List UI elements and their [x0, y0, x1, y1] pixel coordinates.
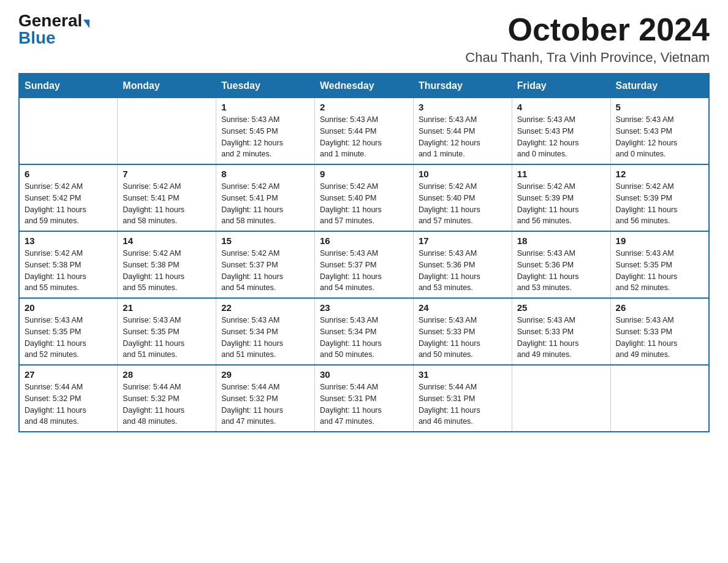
day-number: 19 [616, 236, 703, 246]
table-row: 7Sunrise: 5:42 AM Sunset: 5:41 PM Daylig… [118, 164, 216, 231]
table-row [610, 365, 709, 432]
day-number: 15 [221, 236, 309, 246]
day-number: 4 [517, 102, 605, 112]
column-header-tuesday: Tuesday [216, 74, 315, 98]
day-number: 3 [419, 102, 507, 112]
day-info: Sunrise: 5:43 AM Sunset: 5:34 PM Dayligh… [320, 315, 408, 361]
day-info: Sunrise: 5:43 AM Sunset: 5:35 PM Dayligh… [25, 315, 112, 361]
day-number: 2 [320, 102, 408, 112]
table-row: 13Sunrise: 5:42 AM Sunset: 5:38 PM Dayli… [19, 231, 118, 298]
table-row: 24Sunrise: 5:43 AM Sunset: 5:33 PM Dayli… [413, 298, 512, 365]
day-number: 10 [419, 169, 507, 179]
logo-blue-text: Blue [18, 28, 56, 47]
day-number: 28 [123, 369, 211, 380]
day-info: Sunrise: 5:42 AM Sunset: 5:41 PM Dayligh… [123, 181, 211, 227]
day-number: 5 [616, 102, 703, 112]
column-header-monday: Monday [118, 74, 216, 98]
day-info: Sunrise: 5:42 AM Sunset: 5:40 PM Dayligh… [419, 181, 507, 227]
logo: General Blue [18, 12, 89, 47]
table-row: 12Sunrise: 5:42 AM Sunset: 5:39 PM Dayli… [610, 164, 709, 231]
day-info: Sunrise: 5:44 AM Sunset: 5:32 PM Dayligh… [25, 381, 112, 427]
day-info: Sunrise: 5:43 AM Sunset: 5:35 PM Dayligh… [616, 248, 703, 294]
location-title: Chau Thanh, Tra Vinh Province, Vietnam [465, 50, 710, 66]
day-info: Sunrise: 5:43 AM Sunset: 5:33 PM Dayligh… [517, 315, 605, 361]
day-info: Sunrise: 5:43 AM Sunset: 5:43 PM Dayligh… [517, 114, 605, 160]
day-info: Sunrise: 5:42 AM Sunset: 5:37 PM Dayligh… [221, 248, 309, 294]
logo-triangle-icon [83, 20, 89, 28]
day-info: Sunrise: 5:44 AM Sunset: 5:32 PM Dayligh… [123, 381, 211, 427]
table-row: 2Sunrise: 5:43 AM Sunset: 5:44 PM Daylig… [315, 98, 414, 165]
day-info: Sunrise: 5:43 AM Sunset: 5:44 PM Dayligh… [320, 114, 408, 160]
table-row: 22Sunrise: 5:43 AM Sunset: 5:34 PM Dayli… [216, 298, 315, 365]
day-info: Sunrise: 5:43 AM Sunset: 5:45 PM Dayligh… [221, 114, 309, 160]
day-info: Sunrise: 5:42 AM Sunset: 5:38 PM Dayligh… [123, 248, 211, 294]
day-number: 16 [320, 236, 408, 246]
calendar-header-row: SundayMondayTuesdayWednesdayThursdayFrid… [19, 74, 709, 98]
day-number: 17 [419, 236, 507, 246]
day-number: 26 [616, 302, 703, 313]
day-info: Sunrise: 5:42 AM Sunset: 5:41 PM Dayligh… [221, 181, 309, 227]
table-row: 4Sunrise: 5:43 AM Sunset: 5:43 PM Daylig… [512, 98, 610, 165]
day-number: 14 [123, 236, 211, 246]
day-number: 31 [419, 369, 507, 380]
table-row: 28Sunrise: 5:44 AM Sunset: 5:32 PM Dayli… [118, 365, 216, 432]
calendar-table: SundayMondayTuesdayWednesdayThursdayFrid… [18, 73, 710, 432]
day-number: 29 [221, 369, 309, 380]
day-number: 7 [123, 169, 211, 179]
day-number: 6 [25, 169, 112, 179]
table-row: 18Sunrise: 5:43 AM Sunset: 5:36 PM Dayli… [512, 231, 610, 298]
column-header-sunday: Sunday [19, 74, 118, 98]
day-number: 1 [221, 102, 309, 112]
table-row: 26Sunrise: 5:43 AM Sunset: 5:33 PM Dayli… [610, 298, 709, 365]
day-info: Sunrise: 5:43 AM Sunset: 5:33 PM Dayligh… [616, 315, 703, 361]
day-number: 22 [221, 302, 309, 313]
logo-general-text: General [18, 11, 82, 30]
table-row: 23Sunrise: 5:43 AM Sunset: 5:34 PM Dayli… [315, 298, 414, 365]
day-number: 20 [25, 302, 112, 313]
table-row: 16Sunrise: 5:43 AM Sunset: 5:37 PM Dayli… [315, 231, 414, 298]
table-row: 11Sunrise: 5:42 AM Sunset: 5:39 PM Dayli… [512, 164, 610, 231]
day-info: Sunrise: 5:43 AM Sunset: 5:35 PM Dayligh… [123, 315, 211, 361]
table-row: 5Sunrise: 5:43 AM Sunset: 5:43 PM Daylig… [610, 98, 709, 165]
day-info: Sunrise: 5:43 AM Sunset: 5:34 PM Dayligh… [221, 315, 309, 361]
calendar-week-row: 1Sunrise: 5:43 AM Sunset: 5:45 PM Daylig… [19, 98, 709, 165]
table-row: 25Sunrise: 5:43 AM Sunset: 5:33 PM Dayli… [512, 298, 610, 365]
day-info: Sunrise: 5:43 AM Sunset: 5:37 PM Dayligh… [320, 248, 408, 294]
table-row: 21Sunrise: 5:43 AM Sunset: 5:35 PM Dayli… [118, 298, 216, 365]
column-header-saturday: Saturday [610, 74, 709, 98]
day-number: 13 [25, 236, 112, 246]
table-row: 9Sunrise: 5:42 AM Sunset: 5:40 PM Daylig… [315, 164, 414, 231]
page-header: General Blue October 2024 Chau Thanh, Tr… [18, 12, 710, 66]
table-row [118, 98, 216, 165]
day-info: Sunrise: 5:44 AM Sunset: 5:32 PM Dayligh… [221, 381, 309, 427]
day-info: Sunrise: 5:42 AM Sunset: 5:42 PM Dayligh… [25, 181, 112, 227]
column-header-wednesday: Wednesday [315, 74, 414, 98]
table-row [512, 365, 610, 432]
day-info: Sunrise: 5:42 AM Sunset: 5:38 PM Dayligh… [25, 248, 112, 294]
calendar-week-row: 20Sunrise: 5:43 AM Sunset: 5:35 PM Dayli… [19, 298, 709, 365]
table-row: 27Sunrise: 5:44 AM Sunset: 5:32 PM Dayli… [19, 365, 118, 432]
title-section: October 2024 Chau Thanh, Tra Vinh Provin… [465, 12, 710, 66]
table-row: 17Sunrise: 5:43 AM Sunset: 5:36 PM Dayli… [413, 231, 512, 298]
table-row: 19Sunrise: 5:43 AM Sunset: 5:35 PM Dayli… [610, 231, 709, 298]
table-row: 6Sunrise: 5:42 AM Sunset: 5:42 PM Daylig… [19, 164, 118, 231]
day-info: Sunrise: 5:44 AM Sunset: 5:31 PM Dayligh… [419, 381, 507, 427]
day-info: Sunrise: 5:42 AM Sunset: 5:39 PM Dayligh… [517, 181, 605, 227]
table-row: 15Sunrise: 5:42 AM Sunset: 5:37 PM Dayli… [216, 231, 315, 298]
day-number: 30 [320, 369, 408, 380]
day-number: 23 [320, 302, 408, 313]
month-title: October 2024 [465, 12, 710, 47]
table-row: 29Sunrise: 5:44 AM Sunset: 5:32 PM Dayli… [216, 365, 315, 432]
day-info: Sunrise: 5:43 AM Sunset: 5:44 PM Dayligh… [419, 114, 507, 160]
day-number: 25 [517, 302, 605, 313]
column-header-thursday: Thursday [413, 74, 512, 98]
day-number: 8 [221, 169, 309, 179]
table-row: 14Sunrise: 5:42 AM Sunset: 5:38 PM Dayli… [118, 231, 216, 298]
table-row: 8Sunrise: 5:42 AM Sunset: 5:41 PM Daylig… [216, 164, 315, 231]
day-info: Sunrise: 5:43 AM Sunset: 5:36 PM Dayligh… [419, 248, 507, 294]
table-row: 1Sunrise: 5:43 AM Sunset: 5:45 PM Daylig… [216, 98, 315, 165]
day-info: Sunrise: 5:42 AM Sunset: 5:39 PM Dayligh… [616, 181, 703, 227]
table-row [19, 98, 118, 165]
calendar-week-row: 13Sunrise: 5:42 AM Sunset: 5:38 PM Dayli… [19, 231, 709, 298]
logo-general-row: General [18, 12, 89, 29]
